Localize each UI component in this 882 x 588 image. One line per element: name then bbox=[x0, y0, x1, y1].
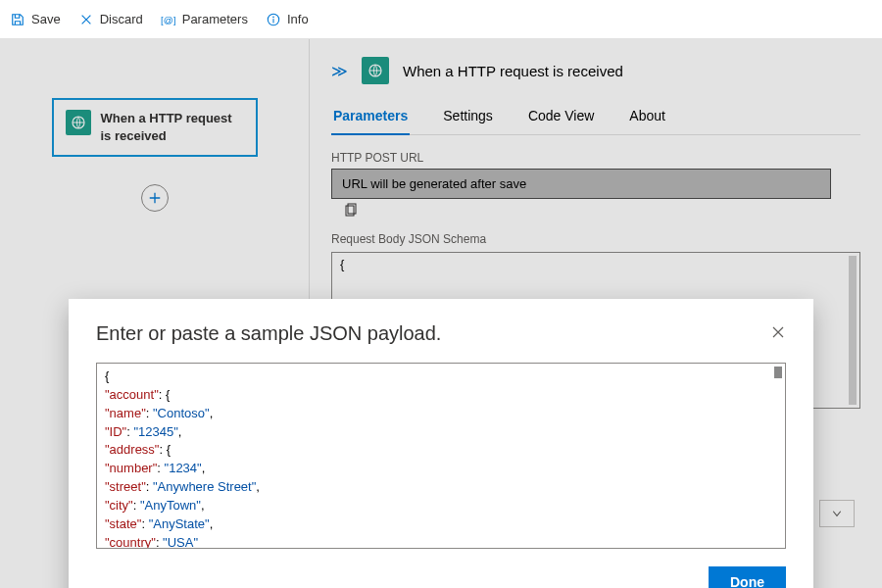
svg-text:[@]: [@] bbox=[161, 14, 176, 24]
expand-button[interactable] bbox=[819, 500, 855, 527]
http-icon bbox=[66, 110, 91, 135]
trigger-card-label: When a HTTP request is received bbox=[101, 110, 244, 145]
panel-title: When a HTTP request is received bbox=[403, 63, 623, 79]
save-icon bbox=[10, 12, 25, 27]
save-button[interactable]: Save bbox=[10, 12, 61, 27]
discard-icon bbox=[78, 12, 94, 27]
parameters-button[interactable]: [@] Parameters bbox=[161, 12, 248, 27]
svg-point-2 bbox=[272, 16, 274, 18]
toolbar: Save Discard [@] Parameters Info bbox=[0, 0, 882, 39]
parameters-icon: [@] bbox=[161, 12, 176, 27]
http-post-url-field: URL will be generated after save bbox=[331, 169, 831, 199]
add-step-button[interactable] bbox=[141, 184, 169, 212]
copy-url-button[interactable] bbox=[339, 199, 363, 222]
dialog-title: Enter or paste a sample JSON payload. bbox=[96, 322, 441, 345]
discard-label: Discard bbox=[100, 12, 143, 26]
parameters-label: Parameters bbox=[182, 12, 248, 26]
svg-rect-3 bbox=[272, 19, 273, 23]
trigger-card[interactable]: When a HTTP request is received bbox=[52, 98, 258, 157]
collapse-icon[interactable]: ≫ bbox=[331, 62, 348, 80]
save-label: Save bbox=[31, 12, 61, 26]
tab-code-view[interactable]: Code View bbox=[526, 102, 596, 134]
info-icon bbox=[266, 12, 281, 27]
sample-json-dialog: Enter or paste a sample JSON payload. { … bbox=[69, 299, 813, 588]
tab-parameters[interactable]: Parameters bbox=[331, 102, 410, 135]
done-button[interactable]: Done bbox=[709, 566, 786, 588]
schema-label: Request Body JSON Schema bbox=[331, 232, 860, 246]
close-button[interactable] bbox=[770, 324, 786, 344]
tab-strip: Parameters Settings Code View About bbox=[331, 102, 860, 135]
tab-settings[interactable]: Settings bbox=[441, 102, 495, 134]
tab-about[interactable]: About bbox=[627, 102, 667, 134]
json-payload-textarea[interactable]: { "account": { "name": "Contoso", "ID": … bbox=[96, 363, 786, 549]
http-post-url-label: HTTP POST URL bbox=[331, 151, 860, 165]
discard-button[interactable]: Discard bbox=[78, 12, 143, 27]
info-label: Info bbox=[287, 12, 309, 26]
http-icon bbox=[362, 57, 389, 84]
info-button[interactable]: Info bbox=[266, 12, 309, 27]
